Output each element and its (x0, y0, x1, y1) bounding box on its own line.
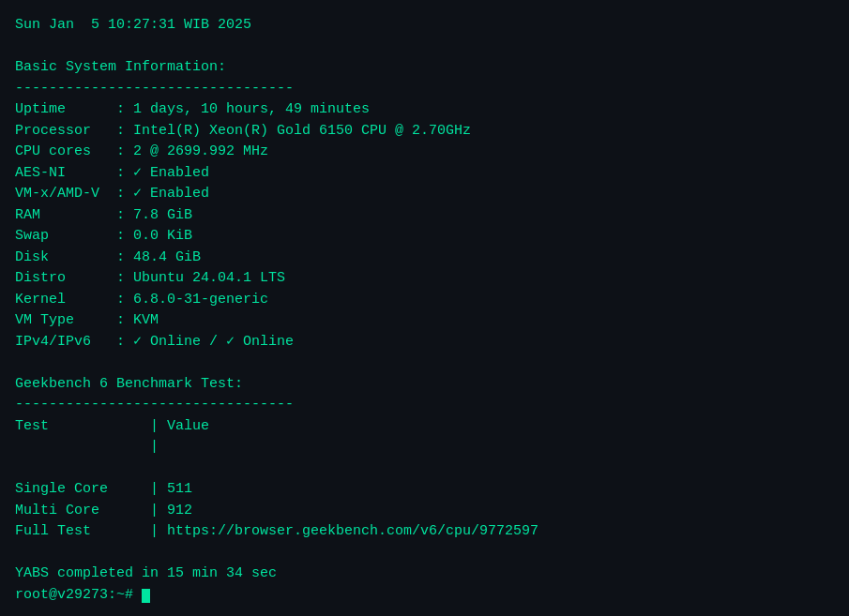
shell-prompt: root@v29273:~# (15, 585, 834, 607)
basic-info-separator: --------------------------------- (15, 79, 834, 100)
field-kernel: Kernel : 6.8.0-31-generic (15, 290, 834, 311)
field-aes-ni: AES-NI : ✓ Enabled (15, 163, 834, 185)
field-vm-type: VM Type : KVM (15, 310, 834, 332)
timestamp-line: Sun Jan 5 10:27:31 WIB 2025 (15, 15, 834, 37)
field-uptime: Uptime : 1 days, 10 hours, 49 minutes (15, 99, 834, 121)
geekbench-full-test: Full Test | https://browser.geekbench.co… (15, 521, 834, 543)
geekbench-header: Geekbench 6 Benchmark Test: (15, 374, 834, 396)
empty-line-1 (15, 37, 834, 58)
geekbench-separator: --------------------------------- (15, 395, 834, 416)
field-vmx-amdv: VM-x/AMD-V : ✓ Enabled (15, 184, 834, 205)
geekbench-col-divider: | (15, 437, 834, 458)
basic-info-header: Basic System Information: (15, 57, 834, 79)
terminal-window: Sun Jan 5 10:27:31 WIB 2025 Basic System… (15, 15, 834, 616)
field-cpu-cores: CPU cores : 2 @ 2699.992 MHz (15, 142, 834, 163)
prompt-text: root@v29273:~# (15, 587, 133, 603)
geekbench-col-headers: Test | Value (15, 416, 834, 438)
geekbench-multi-core: Multi Core | 912 (15, 501, 834, 522)
field-processor: Processor : Intel(R) Xeon(R) Gold 6150 C… (15, 121, 834, 143)
field-disk: Disk : 48.4 GiB (15, 248, 834, 269)
field-swap: Swap : 0.0 KiB (15, 226, 834, 248)
field-distro: Distro : Ubuntu 24.04.1 LTS (15, 268, 834, 290)
field-ram: RAM : 7.8 GiB (15, 205, 834, 227)
empty-line-3 (15, 458, 834, 480)
field-ipv4-ipv6: IPv4/IPv6 : ✓ Online / ✓ Online (15, 332, 834, 353)
empty-line-4 (15, 543, 834, 564)
geekbench-single-core: Single Core | 511 (15, 479, 834, 501)
completion-message: YABS completed in 15 min 34 sec (15, 563, 834, 585)
cursor (142, 589, 150, 603)
empty-line-2 (15, 353, 834, 374)
